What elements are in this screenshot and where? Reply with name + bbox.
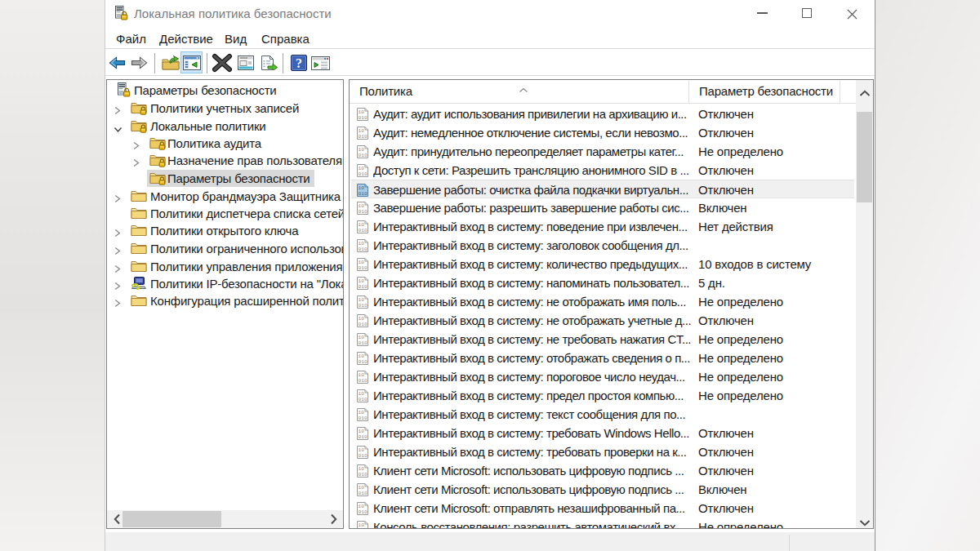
svg-text:010: 010 — [359, 153, 368, 158]
svg-text:010: 010 — [359, 453, 368, 459]
svg-text:010: 010 — [359, 322, 368, 327]
svg-text:010: 010 — [359, 491, 368, 496]
svg-text:010: 010 — [359, 378, 368, 384]
svg-text:010: 010 — [359, 415, 368, 421]
svg-text:010: 010 — [359, 171, 368, 177]
svg-text:010: 010 — [359, 191, 368, 197]
svg-text:010: 010 — [359, 340, 368, 346]
svg-text:010: 010 — [359, 472, 368, 478]
svg-text:010: 010 — [359, 303, 368, 309]
svg-text:010: 010 — [359, 115, 368, 121]
svg-text:?: ? — [296, 56, 302, 70]
svg-text:010: 010 — [359, 228, 368, 233]
svg-text:010: 010 — [359, 134, 368, 140]
svg-text:010: 010 — [359, 265, 368, 271]
svg-text:010: 010 — [359, 509, 368, 515]
svg-text:010: 010 — [359, 397, 368, 402]
svg-text:010: 010 — [359, 434, 368, 440]
svg-text:010: 010 — [359, 284, 368, 290]
svg-text:010: 010 — [359, 247, 368, 252]
svg-text:010: 010 — [359, 209, 368, 215]
svg-text:010: 010 — [359, 359, 368, 365]
